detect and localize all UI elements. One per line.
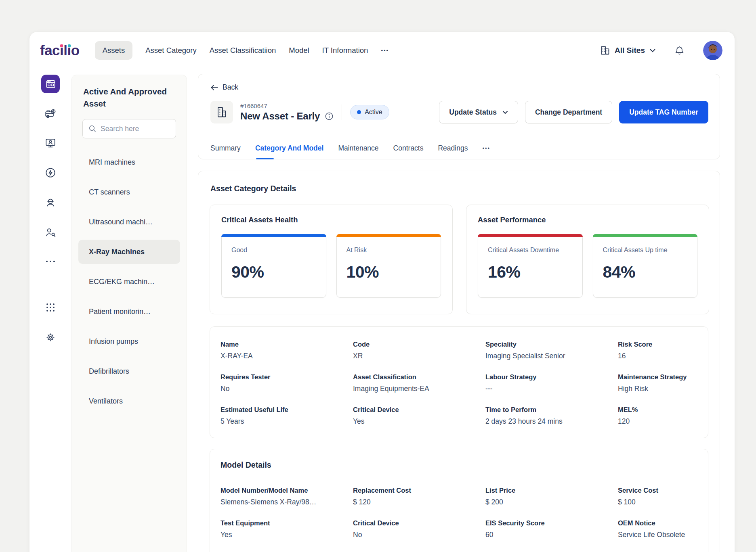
rail-more[interactable]	[45, 260, 56, 263]
status-badge: Active	[350, 105, 389, 119]
category-list: MRI machines CT scanners Ultrasound mach…	[72, 147, 187, 416]
category-item-patient-monitoring[interactable]: Patient monitorin…	[72, 297, 187, 326]
field-list-price: List Price$ 200	[485, 487, 618, 506]
tab-contracts[interactable]: Contracts	[393, 137, 424, 159]
section-title: Asset Category Details	[198, 171, 720, 193]
rail-energy[interactable]	[44, 167, 57, 179]
category-item-ecg[interactable]: ECG/EKG machin…	[72, 267, 187, 297]
rail-asset-cost[interactable]	[44, 108, 57, 120]
metric-tile-downtime: Critical Assets Downtime 16%	[478, 234, 583, 298]
panel-title: Asset Performance	[478, 215, 697, 224]
model-details-title: Model Details	[220, 460, 704, 470]
status-label: Active	[365, 109, 382, 116]
chevron-down-icon	[502, 111, 508, 114]
field-labour-strategy: Labour Strategy---	[485, 373, 618, 393]
notifications-bell-icon[interactable]	[674, 45, 685, 56]
field-model-number: Model Number/Model NameSiemens-Siemens X…	[220, 487, 353, 506]
top-navigation: Assets Asset Category Asset Classificati…	[95, 41, 389, 60]
topbar-divider	[665, 43, 665, 58]
asset-fields-card: NameX-RAY-EA CodeXR SpecialityImaging Sp…	[210, 326, 708, 438]
field-eis-security-score: EIS Security Score60	[485, 519, 618, 539]
tile-value: 16%	[488, 263, 582, 282]
tab-category-and-model[interactable]: Category And Model	[255, 137, 324, 159]
topbar-divider	[694, 43, 694, 58]
back-button[interactable]: Back	[210, 83, 238, 92]
back-arrow-icon	[210, 84, 218, 91]
rail-technician[interactable]	[44, 197, 57, 209]
dashboard-icon	[41, 75, 60, 93]
asset-building-icon	[210, 101, 233, 123]
update-status-button[interactable]: Update Status	[439, 101, 518, 123]
rail-settings[interactable]	[45, 332, 56, 343]
search-input[interactable]	[101, 125, 191, 133]
category-item-defibrillators[interactable]: Defibrillators	[72, 356, 187, 386]
info-icon[interactable]	[325, 112, 334, 121]
sidebar-title: Active And Approved Asset	[72, 75, 187, 109]
energy-bolt-icon	[44, 167, 57, 179]
category-item-ultrasound[interactable]: Ultrasound machi…	[72, 207, 187, 237]
category-item-infusion[interactable]: Infusion pumps	[72, 326, 187, 356]
tile-accent-bar	[221, 234, 326, 237]
metric-tile-at-risk: At Risk 10%	[336, 234, 441, 298]
rail-apps[interactable]	[45, 302, 56, 313]
detail-tabs: Summary Category And Model Maintenance C…	[210, 137, 708, 159]
topbar-right: All Sites	[600, 41, 735, 60]
field-name: NameX-RAY-EA	[220, 341, 353, 360]
tile-value: 90%	[231, 263, 326, 282]
status-dot-icon	[357, 110, 361, 114]
category-item-mri[interactable]: MRI machines	[72, 147, 187, 177]
user-avatar[interactable]	[703, 41, 722, 60]
change-department-button[interactable]: Change Department	[525, 101, 612, 123]
nav-it-information[interactable]: IT Information	[322, 46, 368, 55]
site-selector-label: All Sites	[615, 46, 645, 55]
nav-more-button[interactable]: •••	[381, 48, 389, 54]
nav-asset-category[interactable]: Asset Category	[145, 46, 196, 55]
category-item-ventilators[interactable]: Ventilators	[72, 386, 187, 416]
update-tag-number-button[interactable]: Update TAG Number	[619, 101, 708, 123]
rail-kiosk[interactable]	[44, 137, 57, 149]
tile-accent-bar	[336, 234, 441, 237]
critical-assets-health-panel: Critical Assets Health Good 90% At Risk …	[210, 205, 453, 314]
model-details-card: Model Details Model Number/Model NameSie…	[210, 449, 708, 552]
back-label: Back	[223, 83, 238, 92]
field-speciality: SpecialityImaging Specialist Senior	[485, 341, 618, 360]
field-oem-notice: OEM NoticeService Life Obsolete	[618, 519, 704, 539]
tab-readings[interactable]: Readings	[438, 137, 468, 159]
field-asset-classification: Asset ClassificationImaging Equipments-E…	[353, 373, 485, 393]
ellipsis-icon	[45, 260, 56, 263]
category-item-xray-selected[interactable]: X-Ray Machines	[78, 240, 180, 264]
search-icon	[88, 125, 97, 133]
tab-summary[interactable]: Summary	[210, 137, 241, 159]
category-details-card: Asset Category Details Critical Assets H…	[198, 171, 720, 552]
tab-maintenance[interactable]: Maintenance	[338, 137, 378, 159]
field-critical-device: Critical DeviceYes	[353, 406, 485, 426]
site-selector[interactable]: All Sites	[600, 45, 656, 56]
category-item-ct[interactable]: CT scanners	[72, 177, 187, 207]
tabs-more-button[interactable]: •••	[482, 137, 490, 159]
tile-accent-bar	[478, 234, 583, 237]
apps-grid-icon	[45, 302, 56, 313]
topbar: facilio Assets Asset Category Asset Clas…	[29, 32, 735, 69]
rail-dashboard-active[interactable]	[41, 75, 60, 93]
field-replacement-cost: Replacement Cost$ 120	[353, 487, 485, 506]
asset-title-block: #1660647 New Asset - Early	[240, 102, 334, 122]
nav-asset-classification[interactable]: Asset Classificatiion	[210, 46, 276, 55]
tile-value: 84%	[603, 263, 697, 282]
field-maintenance-strategy: Maintenance StrategyHigh Risk	[618, 373, 704, 393]
category-sidebar: Active And Approved Asset MRI machines C…	[71, 75, 187, 552]
field-service-cost: Service Cost$ 100	[618, 487, 704, 506]
tile-value: 10%	[346, 263, 441, 282]
nav-assets[interactable]: Assets	[95, 41, 133, 60]
building-icon	[600, 45, 610, 56]
kiosk-person-icon	[44, 137, 57, 149]
change-department-label: Change Department	[535, 108, 602, 117]
field-mel: MEL%120	[618, 406, 704, 426]
update-tag-label: Update TAG Number	[629, 108, 698, 117]
nav-model[interactable]: Model	[289, 46, 309, 55]
rail-vendor[interactable]	[44, 227, 57, 239]
tile-label: Good	[231, 247, 326, 254]
title-divider	[342, 105, 342, 120]
sidebar-search[interactable]	[82, 119, 176, 138]
person-key-icon	[44, 227, 57, 239]
field-requires-tester: Requires TesterNo	[220, 373, 353, 393]
